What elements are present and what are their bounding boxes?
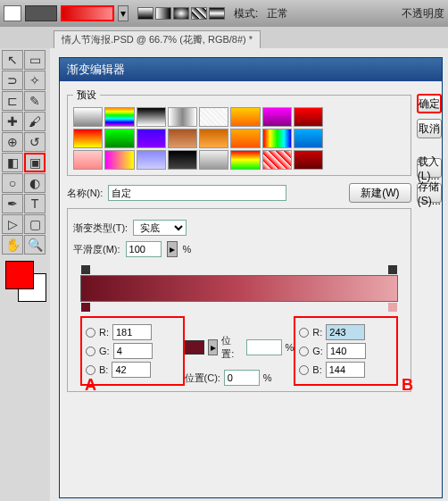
blur-tool[interactable]: ○ <box>2 173 23 193</box>
gradient-dd[interactable]: ▾ <box>118 5 129 21</box>
radial-icon[interactable] <box>155 7 171 20</box>
cancel-button[interactable]: 取消 <box>417 119 442 138</box>
preset-swatch[interactable] <box>104 107 134 127</box>
zoom-tool[interactable]: 🔍 <box>24 235 46 255</box>
marker-b: B <box>402 376 413 395</box>
preset-swatch[interactable] <box>168 129 197 148</box>
preset-swatch[interactable] <box>168 107 197 127</box>
stamp-tool[interactable]: ⊕ <box>2 132 23 152</box>
options-bar: ▾ 模式: 正常 不透明度 <box>0 0 448 27</box>
radio-b2[interactable] <box>299 365 309 375</box>
move-tool[interactable]: ↖ <box>2 50 23 70</box>
wand-tool[interactable]: ✧ <box>24 71 46 90</box>
pos-input[interactable] <box>246 339 282 355</box>
presets-label: 预设 <box>73 88 100 102</box>
path-tool[interactable]: ▷ <box>2 214 23 234</box>
tool-preset[interactable] <box>4 5 21 21</box>
preset-swatch[interactable] <box>199 107 228 127</box>
gradient-editor-dialog: 渐变编辑器 预设 名称(N): 新建(W) 渐变类型(T): 实底 平滑度(M)… <box>59 57 443 498</box>
color-swatch[interactable] <box>185 340 204 355</box>
radio-g2[interactable] <box>299 347 309 356</box>
pos2-input[interactable] <box>224 370 260 386</box>
preset-grid <box>73 107 323 170</box>
pen-tool[interactable]: ✒ <box>2 194 23 213</box>
preset-swatch[interactable] <box>137 129 166 148</box>
preset-swatch[interactable] <box>73 150 103 170</box>
pct: % <box>183 244 192 255</box>
preset-dd[interactable] <box>25 5 57 21</box>
preset-swatch[interactable] <box>230 129 260 148</box>
preset-swatch[interactable] <box>294 150 323 170</box>
gradient-styles <box>137 7 225 20</box>
g-a-input[interactable] <box>113 343 153 359</box>
gradient-preview[interactable] <box>61 5 114 21</box>
brush-tool[interactable]: 🖌 <box>24 112 46 131</box>
preset-swatch[interactable] <box>199 150 228 170</box>
pos-label: 位置: <box>221 334 242 361</box>
preset-swatch[interactable] <box>262 107 292 127</box>
diamond-icon[interactable] <box>209 7 225 20</box>
history-tool[interactable]: ↺ <box>24 132 46 152</box>
save-button[interactable]: 存储(S)... <box>417 183 442 203</box>
shape-tool[interactable]: ▢ <box>24 214 46 234</box>
preset-swatch[interactable] <box>104 150 134 170</box>
smooth-input[interactable] <box>126 241 162 257</box>
opacity-stop-right[interactable] <box>388 265 397 274</box>
preset-swatch[interactable] <box>73 129 103 148</box>
preset-swatch[interactable] <box>262 129 292 148</box>
linear-icon[interactable] <box>137 7 153 20</box>
preset-swatch[interactable] <box>137 150 166 170</box>
preset-swatch[interactable] <box>168 150 197 170</box>
radio-g[interactable] <box>86 347 95 356</box>
color-stop-right[interactable] <box>388 303 397 312</box>
smooth-dd[interactable]: ▸ <box>167 241 178 257</box>
dodge-tool[interactable]: ◐ <box>24 173 46 193</box>
fg-color[interactable] <box>5 261 34 289</box>
color-stop-left[interactable] <box>81 303 90 312</box>
color-swatches[interactable] <box>2 261 46 305</box>
preset-swatch[interactable] <box>137 107 166 127</box>
tool-panel: ↖ ▭ ⊃ ✧ ⊏ ✎ ✚ 🖌 ⊕ ↺ ◧ ▣ ○ ◐ ✒ T ▷ ▢ ✋ 🔍 <box>0 48 50 501</box>
hand-tool[interactable]: ✋ <box>2 235 23 255</box>
preset-swatch[interactable] <box>294 107 323 127</box>
gradient-bar[interactable] <box>80 275 398 302</box>
r-a-input[interactable] <box>112 324 152 340</box>
opacity-stop-left[interactable] <box>81 265 90 274</box>
crop-tool[interactable]: ⊏ <box>2 91 23 111</box>
preset-swatch[interactable] <box>73 107 103 127</box>
b-a-input[interactable] <box>112 362 151 378</box>
reflected-icon[interactable] <box>191 7 207 20</box>
preset-swatch[interactable] <box>199 129 228 148</box>
eyedrop-tool[interactable]: ✎ <box>24 91 46 111</box>
new-button[interactable]: 新建(W) <box>349 183 411 203</box>
marquee-tool[interactable]: ▭ <box>24 50 46 70</box>
preset-swatch[interactable] <box>230 150 260 170</box>
gradient-tool[interactable]: ▣ <box>24 153 46 172</box>
name-input[interactable] <box>108 185 286 201</box>
mode-value[interactable]: 正常 <box>267 6 288 21</box>
angle-icon[interactable] <box>173 7 189 20</box>
mode-label: 模式: <box>234 6 258 21</box>
heal-tool[interactable]: ✚ <box>2 112 23 131</box>
ok-button[interactable]: 确定 <box>417 94 442 113</box>
r-b-input[interactable] <box>326 324 365 340</box>
b-b-input[interactable] <box>326 362 365 378</box>
eraser-tool[interactable]: ◧ <box>2 153 23 172</box>
radio-r2[interactable] <box>299 328 309 338</box>
doc-tab[interactable]: 情人节海报.PSD @ 66.7% (花瓣, RGB/8#) * <box>54 30 261 48</box>
radio-b[interactable] <box>86 365 95 375</box>
type-select[interactable]: 实底 <box>133 220 187 236</box>
color-b-group: R: G: B: <box>294 316 398 386</box>
color-dd[interactable]: ▸ <box>208 339 218 355</box>
preset-swatch[interactable] <box>230 107 260 127</box>
radio-r[interactable] <box>86 328 95 338</box>
preset-swatch[interactable] <box>262 150 292 170</box>
marker-a: A <box>85 376 96 395</box>
type-tool[interactable]: T <box>24 194 46 213</box>
preset-swatch[interactable] <box>104 129 134 148</box>
load-button[interactable]: 载入(L)... <box>417 158 442 178</box>
g-b-input[interactable] <box>327 343 366 359</box>
preset-swatch[interactable] <box>294 129 323 148</box>
name-label: 名称(N): <box>67 187 103 200</box>
lasso-tool[interactable]: ⊃ <box>2 71 23 90</box>
